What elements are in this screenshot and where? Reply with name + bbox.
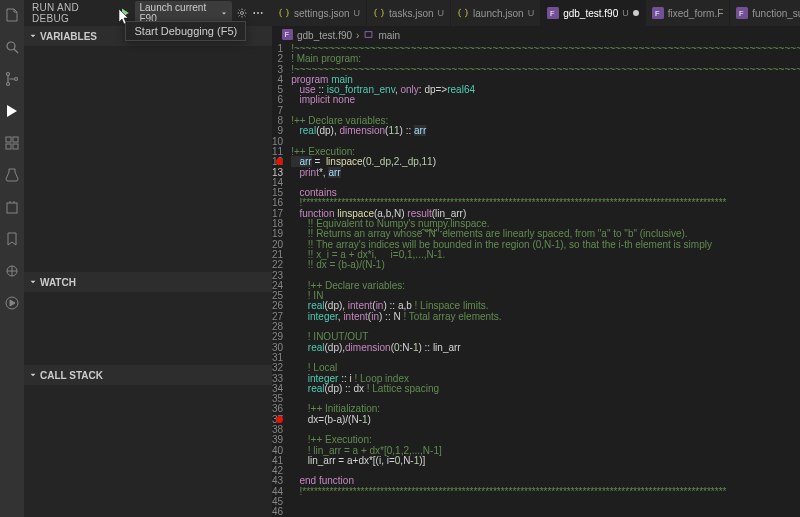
- code-line[interactable]: print*, arr: [291, 168, 800, 178]
- code-line[interactable]: real(dp),dimension(0:N-1) :: lin_arr: [291, 343, 800, 353]
- svg-text:F: F: [739, 9, 744, 18]
- breadcrumb[interactable]: F gdb_test.f90 › main: [272, 26, 800, 44]
- start-debug-tooltip: Start Debugging (F5): [125, 21, 246, 41]
- svg-rect-27: [365, 31, 372, 37]
- svg-point-11: [241, 12, 244, 15]
- line-number[interactable]: 22: [272, 260, 283, 270]
- svg-text:F: F: [285, 31, 289, 38]
- run-debug-panel: RUN AND DEBUG Launch current F90 Start D…: [24, 0, 272, 517]
- ext2-icon[interactable]: [3, 262, 21, 280]
- svg-point-13: [257, 12, 259, 14]
- svg-point-14: [261, 12, 263, 14]
- editor-tabs: settings.jsonUtasks.jsonUlaunch.jsonUFgd…: [272, 0, 800, 26]
- fortran-file-icon: F: [547, 7, 559, 19]
- search-icon[interactable]: [3, 38, 21, 56]
- panel-title: RUN AND DEBUG: [32, 2, 113, 24]
- code-line[interactable]: !***************************************…: [291, 487, 800, 497]
- tab-suffix: U: [438, 8, 445, 18]
- line-number[interactable]: 46: [272, 507, 283, 517]
- tab-suffix: U: [354, 8, 361, 18]
- code-line[interactable]: [291, 497, 800, 507]
- tab-label: tasks.json: [389, 8, 433, 19]
- symbol-icon: [363, 29, 374, 42]
- tab-launch-json[interactable]: launch.jsonU: [451, 0, 541, 26]
- code-editor[interactable]: 1234567891011121314151617181920212223242…: [272, 44, 800, 517]
- tab-fixed_form-F[interactable]: Ffixed_form.F: [646, 0, 731, 26]
- svg-point-2: [7, 83, 10, 86]
- extensions-icon[interactable]: [3, 134, 21, 152]
- breakpoint-icon[interactable]: [276, 158, 283, 165]
- variables-label: VARIABLES: [40, 31, 97, 42]
- callstack-section-body: [24, 385, 272, 517]
- code-line[interactable]: [291, 178, 800, 188]
- play-circle-icon[interactable]: [3, 294, 21, 312]
- breakpoint-icon[interactable]: [276, 416, 283, 423]
- code-line[interactable]: arr = linspace(0._dp,2._dp,11): [291, 157, 800, 167]
- svg-rect-6: [6, 144, 11, 149]
- tab-label: function_subroutine_: [752, 8, 800, 19]
- tab-label: settings.json: [294, 8, 350, 19]
- svg-rect-4: [6, 137, 11, 142]
- ext-icon[interactable]: [3, 198, 21, 216]
- json-file-icon: [373, 7, 385, 19]
- svg-point-12: [253, 12, 255, 14]
- line-gutter[interactable]: 1234567891011121314151617181920212223242…: [272, 44, 291, 517]
- code-line[interactable]: implicit none: [291, 95, 800, 105]
- code-line[interactable]: [291, 353, 800, 363]
- svg-point-3: [15, 78, 18, 81]
- code-line[interactable]: lin_arr = a+dx*[(i, i=0,N-1)]: [291, 456, 800, 466]
- more-icon[interactable]: [252, 7, 264, 19]
- editor-area: settings.jsonUtasks.jsonUlaunch.jsonUFgd…: [272, 0, 800, 517]
- watch-section-header[interactable]: WATCH: [24, 272, 272, 292]
- tab-label: fixed_form.F: [668, 8, 724, 19]
- activity-bar: [0, 0, 24, 517]
- code-line[interactable]: real(dp), dimension(11) :: arr: [291, 126, 800, 136]
- fortran-file-icon: F: [652, 7, 664, 19]
- svg-point-1: [7, 73, 10, 76]
- cursor-icon: [119, 9, 131, 27]
- line-number[interactable]: 32: [272, 363, 283, 373]
- svg-text:F: F: [550, 9, 555, 18]
- json-file-icon: [457, 7, 469, 19]
- code-line[interactable]: !~~~~~~~~~~~~~~~~~~~~~~~~~~~~~~~~~~~~~~~…: [291, 65, 800, 75]
- source-control-icon[interactable]: [3, 70, 21, 88]
- svg-rect-8: [7, 203, 17, 213]
- modified-dot-icon: [633, 10, 639, 16]
- code-line[interactable]: [291, 466, 800, 476]
- run-debug-header: RUN AND DEBUG Launch current F90 Start D…: [24, 0, 272, 26]
- breadcrumb-symbol: main: [378, 30, 400, 41]
- svg-point-0: [7, 42, 15, 50]
- code-line[interactable]: !~~~~~~~~~~~~~~~~~~~~~~~~~~~~~~~~~~~~~~~…: [291, 44, 800, 54]
- code-line[interactable]: [291, 507, 800, 517]
- bookmarks-icon[interactable]: [3, 230, 21, 248]
- code-line[interactable]: !! dx = (b-a)/(N-1): [291, 260, 800, 270]
- tab-suffix: U: [528, 8, 535, 18]
- tab-label: launch.json: [473, 8, 524, 19]
- breadcrumb-file: gdb_test.f90: [297, 30, 352, 41]
- run-debug-icon[interactable]: [3, 102, 21, 120]
- tab-function_subroutine_[interactable]: Ffunction_subroutine_: [730, 0, 800, 26]
- code-line[interactable]: integer, intent(in) :: N ! Total array e…: [291, 312, 800, 322]
- json-file-icon: [278, 7, 290, 19]
- tab-label: gdb_test.f90: [563, 8, 618, 19]
- tab-gdb_test-f90[interactable]: Fgdb_test.f90U: [541, 0, 646, 26]
- code-content[interactable]: !~~~~~~~~~~~~~~~~~~~~~~~~~~~~~~~~~~~~~~~…: [291, 44, 800, 517]
- fortran-file-icon: F: [736, 7, 748, 19]
- callstack-label: CALL STACK: [40, 370, 103, 381]
- watch-label: WATCH: [40, 277, 76, 288]
- tab-settings-json[interactable]: settings.jsonU: [272, 0, 367, 26]
- code-line[interactable]: !++ Declare variables:: [291, 281, 800, 291]
- gear-icon[interactable]: [236, 7, 248, 19]
- code-line[interactable]: real(dp) :: dx ! Lattice spacing: [291, 384, 800, 394]
- code-line[interactable]: use :: iso_fortran_env, only: dp=>real64: [291, 85, 800, 95]
- fortran-file-icon: F: [282, 29, 293, 42]
- code-line[interactable]: [291, 137, 800, 147]
- testing-icon[interactable]: [3, 166, 21, 184]
- svg-text:F: F: [655, 9, 660, 18]
- files-icon[interactable]: [3, 6, 21, 24]
- callstack-section-header[interactable]: CALL STACK: [24, 365, 272, 385]
- breadcrumb-sep: ›: [356, 30, 359, 41]
- tab-suffix: U: [622, 8, 629, 18]
- tab-tasks-json[interactable]: tasks.jsonU: [367, 0, 451, 26]
- code-line[interactable]: dx=(b-a)/(N-1): [291, 415, 800, 425]
